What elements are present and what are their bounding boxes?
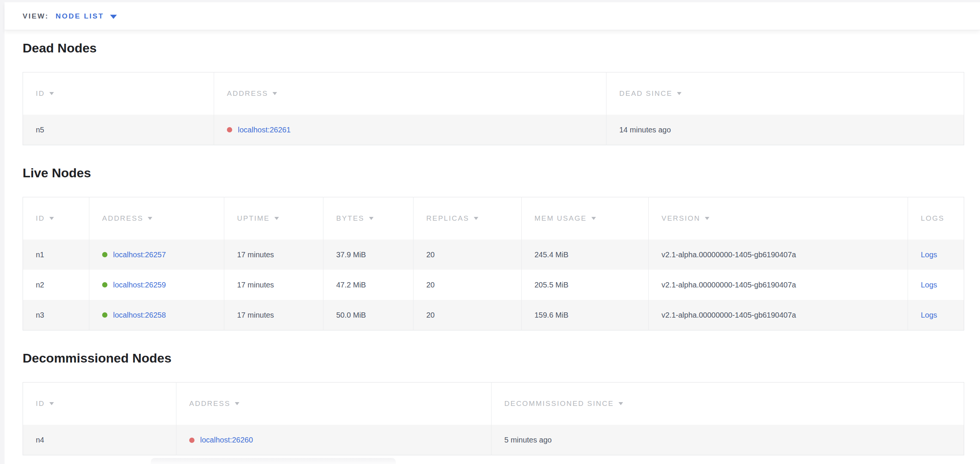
sort-caret-icon [272, 92, 277, 95]
live-status-dot-icon [102, 313, 107, 317]
table-row: n2 localhost:26259 17 minutes 47.2 MiB 2… [23, 270, 964, 300]
column-label: DECOMMISSIONED SINCE [504, 400, 614, 407]
logs-link[interactable]: Logs [921, 281, 937, 289]
view-selected-value: NODE LIST [56, 12, 104, 21]
column-label: ID [36, 214, 45, 222]
column-label: ID [36, 89, 45, 97]
node-id-cell: n3 [23, 300, 89, 330]
table-row: n3 localhost:26258 17 minutes 50.0 MiB 2… [23, 300, 964, 330]
sort-caret-icon [49, 217, 54, 220]
sort-caret-icon [49, 92, 54, 95]
column-header-mem-usage[interactable]: MEM USAGE [522, 197, 649, 240]
view-bar: VIEW: NODE LIST [5, 2, 980, 30]
column-header-version[interactable]: VERSION [649, 197, 908, 240]
dead-since-cell: 14 minutes ago [606, 115, 964, 145]
column-header-replicas[interactable]: REPLICAS [414, 197, 522, 240]
column-header-id[interactable]: ID [23, 197, 89, 240]
column-header-id[interactable]: ID [23, 72, 214, 115]
node-address-link[interactable]: localhost:26261 [238, 126, 291, 134]
live-nodes-table: ID ADDRESS UPTIME BYTES REPLICAS MEM USA… [22, 197, 964, 330]
decommissioned-status-dot-icon [189, 438, 194, 443]
uptime-cell: 17 minutes [224, 239, 323, 270]
bytes-cell: 47.2 MiB [323, 270, 414, 300]
node-address-link[interactable]: localhost:26260 [200, 436, 253, 444]
node-address-cell: localhost:26261 [214, 115, 606, 145]
live-status-dot-icon [102, 282, 107, 287]
node-address-cell: localhost:26260 [177, 425, 492, 455]
node-address-link[interactable]: localhost:26258 [113, 311, 166, 319]
column-header-uptime[interactable]: UPTIME [224, 197, 323, 240]
sort-caret-icon [148, 217, 152, 220]
view-selector-dropdown[interactable]: NODE LIST [56, 12, 117, 21]
decommissioned-since-cell: 5 minutes ago [492, 425, 964, 455]
dead-nodes-title: Dead Nodes [22, 41, 964, 56]
uptime-cell: 17 minutes [224, 270, 323, 300]
live-status-dot-icon [102, 252, 107, 257]
column-label: MEM USAGE [535, 214, 587, 222]
column-label: ADDRESS [227, 89, 268, 97]
sort-caret-icon [474, 217, 478, 220]
sort-caret-icon [677, 92, 681, 95]
node-id-cell: n1 [23, 239, 89, 270]
logs-link[interactable]: Logs [921, 311, 937, 319]
logs-link[interactable]: Logs [921, 250, 937, 259]
sort-caret-icon [705, 217, 710, 220]
dead-nodes-table: ID ADDRESS DEAD SINCE n5 localhost:26261… [22, 72, 964, 145]
logs-cell: Logs [908, 239, 964, 270]
column-label: ADDRESS [102, 214, 143, 222]
column-header-id[interactable]: ID [23, 383, 177, 425]
sort-caret-icon [235, 402, 239, 405]
node-address-link[interactable]: localhost:26259 [113, 281, 166, 289]
column-header-address[interactable]: ADDRESS [214, 72, 606, 115]
table-row: n1 localhost:26257 17 minutes 37.9 MiB 2… [23, 239, 964, 270]
replicas-cell: 20 [414, 239, 522, 270]
node-list-page: Dead Nodes ID ADDRESS DEAD SINCE n5 loca… [5, 30, 980, 464]
caret-down-icon [110, 15, 117, 19]
column-header-bytes[interactable]: BYTES [323, 197, 414, 240]
table-row: n4 localhost:26260 5 minutes ago [23, 425, 964, 455]
node-id-cell: n2 [23, 270, 89, 300]
sort-caret-icon [592, 217, 596, 220]
column-header-logs: LOGS [908, 197, 964, 240]
column-label: DEAD SINCE [619, 89, 673, 97]
node-id-cell: n4 [23, 425, 177, 455]
table-header-row: ID ADDRESS DECOMMISSIONED SINCE [23, 383, 964, 425]
replicas-cell: 20 [414, 270, 522, 300]
column-label: LOGS [921, 214, 945, 222]
column-header-address[interactable]: ADDRESS [177, 383, 492, 425]
decommissioned-nodes-table: ID ADDRESS DECOMMISSIONED SINCE n4 local… [22, 382, 964, 455]
uptime-cell: 17 minutes [224, 300, 323, 330]
node-address-cell: localhost:26258 [89, 300, 224, 330]
sort-caret-icon [369, 217, 374, 220]
node-address-link[interactable]: localhost:26257 [113, 250, 166, 259]
logs-cell: Logs [908, 300, 964, 330]
version-cell: v2.1-alpha.00000000-1405-gb6190407a [649, 300, 908, 330]
live-nodes-title: Live Nodes [22, 166, 964, 180]
sort-caret-icon [619, 402, 623, 405]
dead-status-dot-icon [227, 127, 232, 132]
column-label: ID [36, 400, 45, 407]
column-label: UPTIME [237, 214, 270, 222]
column-label: VERSION [662, 214, 700, 222]
bytes-cell: 37.9 MiB [323, 239, 414, 270]
table-header-row: ID ADDRESS UPTIME BYTES REPLICAS MEM USA… [23, 197, 964, 240]
decommissioned-nodes-title: Decommissioned Nodes [22, 351, 964, 365]
column-header-address[interactable]: ADDRESS [89, 197, 224, 240]
page-bottom-shadow [151, 458, 396, 464]
column-header-dead-since[interactable]: DEAD SINCE [606, 72, 964, 115]
table-header-row: ID ADDRESS DEAD SINCE [23, 72, 964, 115]
column-label: BYTES [336, 214, 364, 222]
replicas-cell: 20 [414, 300, 522, 330]
view-label: VIEW: [22, 12, 49, 21]
version-cell: v2.1-alpha.00000000-1405-gb6190407a [649, 270, 908, 300]
sort-caret-icon [49, 402, 54, 405]
logs-cell: Logs [908, 270, 964, 300]
mem-usage-cell: 205.5 MiB [522, 270, 649, 300]
node-address-cell: localhost:26259 [89, 270, 224, 300]
bytes-cell: 50.0 MiB [323, 300, 414, 330]
node-address-cell: localhost:26257 [89, 239, 224, 270]
node-id-cell: n5 [23, 115, 214, 145]
table-row: n5 localhost:26261 14 minutes ago [23, 115, 964, 145]
column-label: REPLICAS [426, 214, 469, 222]
column-header-decommissioned-since[interactable]: DECOMMISSIONED SINCE [492, 383, 964, 425]
